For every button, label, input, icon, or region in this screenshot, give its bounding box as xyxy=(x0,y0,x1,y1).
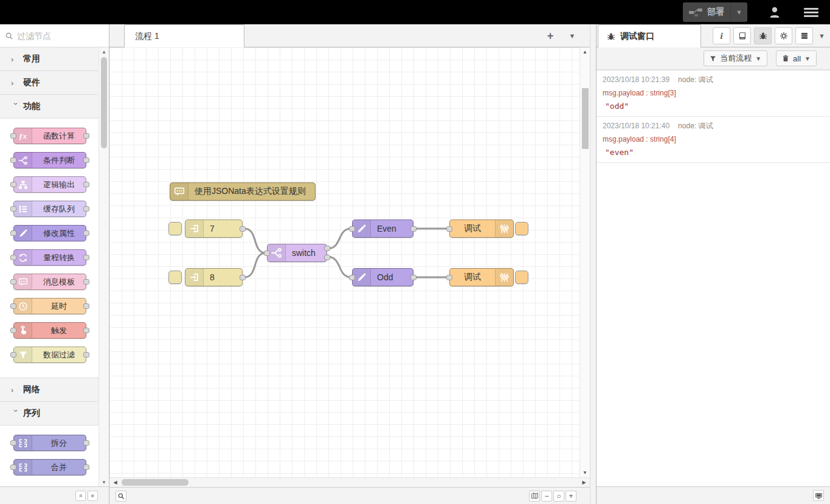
change-node-even[interactable]: Even xyxy=(352,219,413,238)
palette-category-function[interactable]: › 功能 xyxy=(0,95,99,119)
canvas-search-button[interactable] xyxy=(116,491,126,502)
palette-node-filter[interactable]: 数据过滤 xyxy=(13,347,86,363)
flow-tab[interactable]: 流程 1 xyxy=(124,24,244,47)
change-node-odd[interactable]: Odd xyxy=(352,268,413,286)
inject-button[interactable] xyxy=(168,271,182,284)
canvas-horizontal-scrollbar[interactable]: ◀ ▶ xyxy=(109,477,590,487)
scroll-up-icon[interactable]: ▲ xyxy=(580,47,590,57)
pencil-icon xyxy=(353,220,371,237)
zoom-in-button[interactable]: + xyxy=(565,491,576,502)
palette-node-template[interactable]: 消息模板 xyxy=(13,274,86,290)
switch-node[interactable]: switch xyxy=(267,244,327,262)
add-flow-button[interactable]: + xyxy=(542,29,558,43)
switch-icon xyxy=(14,153,32,168)
palette-scrollbar-thumb[interactable] xyxy=(101,57,107,148)
palette-category-sequence[interactable]: › 序列 xyxy=(0,402,99,426)
debug-message-list: 2023/10/18 10:21:39node: 调试 msg.payload … xyxy=(597,70,830,486)
debug-property[interactable]: msg.payload : string[4] xyxy=(603,135,824,143)
scroll-down-icon[interactable]: ▼ xyxy=(99,478,109,486)
palette-node-logic-output[interactable]: 逻辑输出 xyxy=(13,176,86,193)
debug-toggle-button[interactable] xyxy=(515,271,528,284)
debug-message[interactable]: 2023/10/18 10:21:39node: 调试 msg.payload … xyxy=(597,70,830,117)
navigator-button[interactable] xyxy=(529,491,540,502)
sidebar-resize-handle[interactable] xyxy=(590,24,596,504)
debug-tab[interactable]: 调试窗口 xyxy=(598,24,701,47)
info-tab-button[interactable]: i xyxy=(713,27,730,44)
output-port[interactable] xyxy=(240,275,246,280)
scroll-right-icon[interactable]: ▶ xyxy=(579,478,589,487)
context-tab-button[interactable] xyxy=(795,27,813,44)
palette-footer: » » xyxy=(0,486,109,504)
function-icon: ƒx xyxy=(14,128,32,143)
open-window-button[interactable] xyxy=(813,490,824,501)
canvas-vscroll-thumb[interactable] xyxy=(582,88,589,149)
debug-tab-button[interactable] xyxy=(754,27,772,44)
funnel-icon xyxy=(710,55,716,62)
scroll-left-icon[interactable]: ◀ xyxy=(111,478,120,487)
canvas-hscroll-thumb[interactable] xyxy=(122,479,188,486)
debug-node-top[interactable]: 调试 xyxy=(449,219,514,238)
node-palette: › 常用 › 硬件 › 功能 ƒx 函数计算 条件判断 xyxy=(0,24,109,504)
palette-node-join[interactable]: 合并 xyxy=(13,459,86,475)
input-port[interactable] xyxy=(264,250,270,256)
flow-list-caret[interactable]: ▼ xyxy=(564,29,580,43)
output-port-2[interactable] xyxy=(324,255,330,260)
palette-node-trigger[interactable]: 触发 xyxy=(13,322,86,339)
output-port[interactable] xyxy=(410,275,417,280)
inject-node-7[interactable]: 7 xyxy=(185,219,243,238)
deploy-button[interactable]: 部署 xyxy=(683,2,730,22)
input-port[interactable] xyxy=(349,226,355,232)
debug-value: "even" xyxy=(603,148,824,157)
palette-scrollbar[interactable]: ▲ ▼ xyxy=(99,47,109,486)
canvas-vertical-scrollbar[interactable]: ▲ ▼ xyxy=(579,47,590,477)
output-port[interactable] xyxy=(410,226,417,232)
inject-node-8[interactable]: 8 xyxy=(185,268,243,286)
scroll-down-icon[interactable]: ▼ xyxy=(580,468,590,477)
palette-node-split[interactable]: 拆分 xyxy=(13,435,86,451)
main-menu-button[interactable] xyxy=(801,2,821,22)
zoom-reset-button[interactable]: ○ xyxy=(553,491,564,502)
debug-property[interactable]: msg.payload : string[3] xyxy=(603,89,824,97)
debug-message[interactable]: 2023/10/18 10:21:40node: 调试 msg.payload … xyxy=(597,117,830,163)
user-button[interactable] xyxy=(764,2,785,22)
palette-node-delay[interactable]: 延时 xyxy=(13,298,86,314)
collapse-all-button[interactable]: » xyxy=(75,491,86,501)
input-port[interactable] xyxy=(349,275,355,280)
palette-category-hardware[interactable]: › 硬件 xyxy=(0,71,99,95)
palette-category-common[interactable]: › 常用 xyxy=(0,47,99,71)
sidebar-menu-caret[interactable]: ▼ xyxy=(818,32,825,40)
inject-button[interactable] xyxy=(168,222,182,235)
palette-node-queue[interactable]: 缓存队列 xyxy=(13,201,86,217)
output-port-1[interactable] xyxy=(324,246,330,251)
palette-filter-input[interactable] xyxy=(17,31,90,41)
deploy-button-group: 部署 ▼ xyxy=(683,2,747,22)
queue-icon xyxy=(14,201,32,216)
scroll-up-icon[interactable]: ▲ xyxy=(99,47,109,56)
database-icon xyxy=(800,32,809,40)
flow-canvas[interactable]: 使用JSONata表达式设置规则 7 8 switch xyxy=(109,47,590,477)
zoom-out-button[interactable]: − xyxy=(541,491,552,502)
help-tab-button[interactable] xyxy=(733,27,751,44)
palette-node-function[interactable]: ƒx 函数计算 xyxy=(13,128,86,144)
palette-node-range[interactable]: 量程转换 xyxy=(13,249,86,266)
palette-node-switch[interactable]: 条件判断 xyxy=(13,152,86,168)
input-port[interactable] xyxy=(446,275,452,280)
map-icon xyxy=(531,492,539,500)
output-port[interactable] xyxy=(240,226,246,232)
deploy-options-caret[interactable]: ▼ xyxy=(730,2,747,22)
debug-filter-button[interactable]: 当前流程 ▼ xyxy=(704,50,767,66)
caret-down-icon: ▼ xyxy=(755,55,761,62)
debug-clear-button[interactable]: all ▼ xyxy=(776,50,817,66)
debug-toggle-button[interactable] xyxy=(515,222,528,235)
split-icon xyxy=(14,435,32,450)
config-tab-button[interactable] xyxy=(775,27,792,44)
palette-category-network[interactable]: › 网络 xyxy=(0,378,99,402)
chevron-right-icon: › xyxy=(11,385,23,395)
comment-node[interactable]: 使用JSONata表达式设置规则 xyxy=(170,182,316,201)
flow-tabbar: 流程 1 + ▼ xyxy=(109,24,590,47)
debug-source: node: 调试 xyxy=(678,122,713,130)
palette-node-change[interactable]: 修改属性 xyxy=(13,225,86,241)
input-port[interactable] xyxy=(446,226,452,232)
debug-node-bottom[interactable]: 调试 xyxy=(449,268,514,286)
expand-all-button[interactable]: » xyxy=(88,491,98,501)
